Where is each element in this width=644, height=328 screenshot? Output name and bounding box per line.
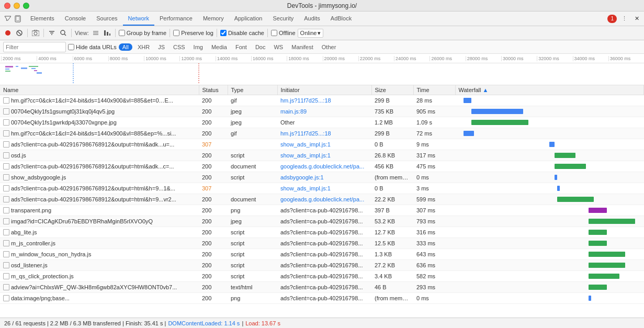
table-row[interactable]: ads?client=ca-pub-4029167986768912&outpu… <box>0 183 644 194</box>
table-row[interactable]: ads?client=ca-pub-4029167986768912&outpu… <box>0 194 644 205</box>
initiator-link[interactable]: show_ads_impl.js:1 <box>280 141 331 148</box>
initiator-link[interactable]: googleads.g.doubleclick.net/pa... <box>280 196 364 202</box>
tab-adblock[interactable]: AdBlock <box>325 12 357 26</box>
filter-doc-button[interactable]: Doc <box>252 43 269 51</box>
maximize-button[interactable] <box>23 3 29 9</box>
view-list-button[interactable] <box>91 28 100 38</box>
view-waterfall-button[interactable] <box>103 28 112 38</box>
header-status[interactable]: Status <box>199 85 228 95</box>
tab-elements[interactable]: Elements <box>25 12 60 26</box>
preserve-log-checkbox[interactable]: Preserve log <box>173 30 213 36</box>
cell-status: 200 <box>199 95 228 106</box>
settings-icon[interactable]: ⋮ <box>619 14 629 24</box>
filter-js-button[interactable]: JS <box>155 43 168 51</box>
table-row[interactable]: osd_listener.js200scriptads?client=ca-pu… <box>0 260 644 271</box>
filter-other-button[interactable]: Other <box>319 43 340 51</box>
table-row[interactable]: 00704eQkly1fs1gwrkdp4j33070xgnpe.jpg200j… <box>0 117 644 128</box>
table-row[interactable]: m_window_focus_non_hydra.js200scriptads?… <box>0 249 644 260</box>
disable-cache-input[interactable] <box>220 30 227 36</box>
tab-network[interactable]: Network <box>123 12 154 26</box>
table-row[interactable]: osd.js200scriptshow_ads_impl.js:126.8 KB… <box>0 150 644 161</box>
disable-cache-checkbox[interactable]: Disable cache <box>220 30 264 36</box>
camera-button[interactable] <box>31 28 40 38</box>
search-button[interactable] <box>59 28 68 38</box>
cell-waterfall <box>455 161 644 172</box>
hide-data-urls-input[interactable] <box>68 44 74 50</box>
initiator-link[interactable]: hm.js?11f7d25...:18 <box>280 97 331 104</box>
cell-initiator: ads?client=ca-pub-402916798... <box>277 293 371 304</box>
initiator-link[interactable]: main.js:89 <box>280 108 307 115</box>
cell-time: 317 ms <box>413 150 455 161</box>
inspect-icon[interactable] <box>2 14 13 24</box>
header-time[interactable]: Time <box>413 85 455 95</box>
header-size[interactable]: Size <box>371 85 413 95</box>
filter-css-button[interactable]: CSS <box>170 43 188 51</box>
filter-xhr-button[interactable]: XHR <box>134 43 153 51</box>
cell-waterfall <box>455 117 644 128</box>
cell-type: document <box>228 194 277 205</box>
table-row[interactable]: show_adsbygoogle.js200scriptadsbygoogle.… <box>0 172 644 183</box>
group-by-frame-checkbox[interactable]: Group by frame <box>119 30 166 36</box>
cell-initiator: ads?client=ca-pub-402916798... <box>277 238 371 249</box>
tab-audits[interactable]: Audits <box>299 12 325 26</box>
filter-img-button[interactable]: Img <box>190 43 206 51</box>
preserve-log-input[interactable] <box>173 30 179 36</box>
filter-manifest-button[interactable]: Manifest <box>288 43 317 51</box>
table-row[interactable]: adview?ai=ChlxsWF_QW-3kH8m6gwb82aXYC9HW8… <box>0 282 644 293</box>
initiator-link[interactable]: show_ads_impl.js:1 <box>280 185 331 191</box>
clear-button[interactable] <box>15 28 24 38</box>
initiator-link[interactable]: googleads.g.doubleclick.net/pa... <box>280 163 364 169</box>
table-row[interactable]: 00704eQkly1fs1gsumgt0j31kq0j4qv5.jpg200j… <box>0 106 644 117</box>
network-table-container[interactable]: Name Status Type Initiator Size Time Wat… <box>0 85 644 318</box>
hide-data-urls-checkbox[interactable]: Hide data URLs <box>68 44 117 50</box>
header-initiator[interactable]: Initiator <box>277 85 371 95</box>
cell-size: 735 KB <box>371 106 413 117</box>
table-row[interactable]: ads?client=ca-pub-4029167986768912&outpu… <box>0 139 644 150</box>
table-row[interactable]: abg_lite.js200scriptads?client=ca-pub-40… <box>0 227 644 238</box>
group-by-frame-input[interactable] <box>119 30 125 36</box>
waterfall-bar <box>458 250 641 258</box>
filter-button[interactable] <box>47 28 57 38</box>
table-row[interactable]: m_js_controller.js200scriptads?client=ca… <box>0 238 644 249</box>
close-button[interactable] <box>4 3 10 9</box>
cell-type: text/html <box>228 282 277 293</box>
file-icon <box>3 240 9 246</box>
filter-font-button[interactable]: Font <box>232 43 250 51</box>
table-row[interactable]: data:image/png;base...200pngads?client=c… <box>0 293 644 304</box>
header-type[interactable]: Type <box>228 85 277 95</box>
table-row[interactable]: hm.gif?cc=0&ck=1&cl=24-bit&ds=1440x900&v… <box>0 95 644 106</box>
more-icon[interactable]: ✕ <box>631 14 642 24</box>
table-row[interactable]: hm.gif?cc=0&ck=1&cl=24-bit&ds=1440x900&v… <box>0 128 644 139</box>
table-row[interactable]: ads?client=ca-pub-4029167986768912&outpu… <box>0 161 644 172</box>
cell-type: png <box>228 293 277 304</box>
tab-application[interactable]: Application <box>229 12 268 26</box>
initiator-link[interactable]: hm.js?11f7d25...:18 <box>280 130 331 137</box>
cell-initiator: show_ads_impl.js:1 <box>277 139 371 150</box>
table-row[interactable]: transparent.png200pngads?client=ca-pub-4… <box>0 205 644 216</box>
tab-security[interactable]: Security <box>267 12 299 26</box>
online-selector[interactable]: Online ▾ <box>298 29 324 38</box>
filter-all-button[interactable]: All <box>119 43 132 51</box>
table-row[interactable]: m_qs_click_protection.js200scriptads?cli… <box>0 271 644 282</box>
header-waterfall[interactable]: Waterfall ▲ <box>455 85 644 95</box>
table-row[interactable]: imgad?id=CICAgKDru67bEBDYBRhaMginB5rlXVO… <box>0 216 644 227</box>
waterfall-bar <box>458 107 641 116</box>
device-icon[interactable] <box>13 14 23 24</box>
initiator-link[interactable]: show_ads_impl.js:1 <box>280 152 331 159</box>
cell-waterfall <box>455 139 644 150</box>
minimize-button[interactable] <box>14 3 20 9</box>
header-name[interactable]: Name <box>0 85 199 95</box>
filter-ws-button[interactable]: WS <box>270 43 286 51</box>
offline-checkbox[interactable]: Offline <box>271 30 296 36</box>
filter-input[interactable] <box>3 42 66 52</box>
cell-size: 397 B <box>371 205 413 216</box>
initiator-link[interactable]: adsbygoogle.js:1 <box>280 174 324 180</box>
tab-performance[interactable]: Performance <box>154 12 198 26</box>
filter-media-button[interactable]: Media <box>208 43 230 51</box>
svg-rect-18 <box>5 66 13 67</box>
tab-console[interactable]: Console <box>60 12 91 26</box>
tab-sources[interactable]: Sources <box>91 12 122 26</box>
record-button[interactable] <box>3 28 13 38</box>
tab-memory[interactable]: Memory <box>198 12 229 26</box>
offline-input[interactable] <box>271 30 277 36</box>
